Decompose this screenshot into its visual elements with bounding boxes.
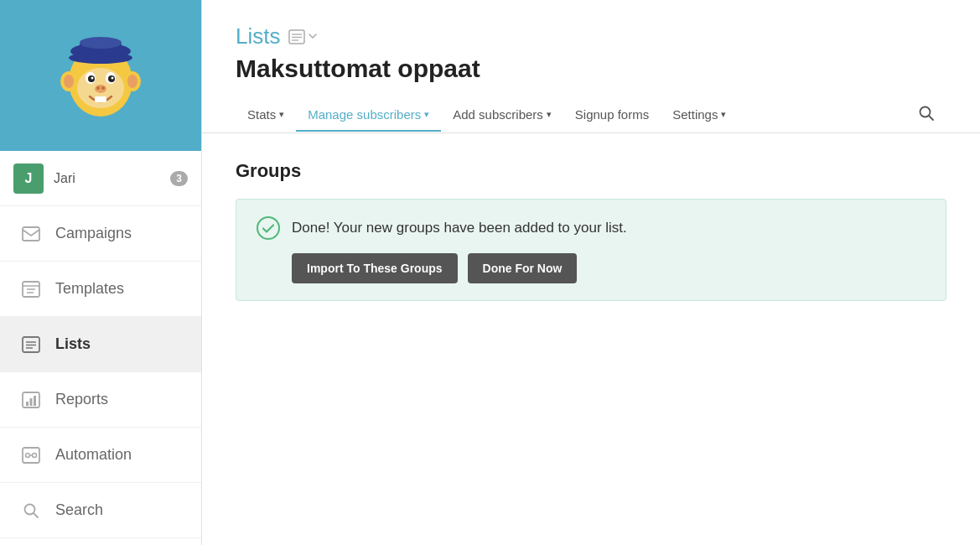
user-avatar: J (13, 164, 44, 194)
tab-navigation: Stats ▾ Manage subscribers ▾ Add subscri… (236, 98, 946, 132)
sidebar-item-lists[interactable]: Lists (0, 317, 201, 372)
banner-actions: Import To These Groups Done For Now (257, 253, 926, 283)
add-subscribers-chevron-icon: ▾ (547, 109, 552, 120)
main-header: Lists Maksuttomat oppaat Stats ▾ (202, 0, 980, 133)
tab-settings[interactable]: Settings ▾ (661, 99, 738, 132)
reports-label: Reports (55, 391, 108, 408)
svg-point-16 (95, 85, 106, 93)
chevron-down-icon (309, 34, 317, 39)
sidebar-logo (0, 0, 201, 151)
envelope-icon (20, 226, 42, 241)
settings-chevron-icon: ▾ (721, 109, 726, 120)
svg-point-3 (80, 37, 122, 49)
user-notification-badge: 3 (170, 171, 188, 186)
tab-signup-forms[interactable]: Signup forms (563, 99, 661, 132)
svg-rect-32 (34, 396, 36, 406)
lists-label: Lists (55, 335, 91, 353)
svg-point-4 (69, 52, 132, 64)
header-top-row: Lists (236, 23, 946, 49)
mailchimp-logo-icon (46, 21, 155, 130)
banner-message-text: Done! Your new groups have been added to… (292, 220, 627, 236)
tab-add-subscribers[interactable]: Add subscribers ▾ (441, 99, 563, 132)
tab-stats[interactable]: Stats ▾ (236, 99, 296, 132)
success-check-icon (257, 216, 280, 240)
user-name-label: Jari (54, 171, 160, 186)
svg-point-14 (91, 77, 94, 80)
automation-icon (20, 447, 42, 464)
svg-point-35 (33, 453, 37, 457)
header-list-icon[interactable] (288, 29, 317, 44)
tab-search-button[interactable] (906, 98, 946, 132)
sidebar-navigation: J Jari 3 Campaigns (0, 151, 201, 545)
sidebar-item-search[interactable]: Search (0, 483, 201, 538)
lists-breadcrumb-label: Lists (236, 23, 280, 49)
campaigns-label: Campaigns (55, 225, 132, 242)
automation-label: Automation (55, 446, 132, 464)
import-to-groups-button[interactable]: Import To These Groups (292, 253, 458, 283)
svg-point-6 (64, 75, 74, 88)
tab-signup-forms-label: Signup forms (575, 107, 649, 122)
main-content: Lists Maksuttomat oppaat Stats ▾ (202, 0, 980, 545)
tab-add-subscribers-label: Add subscribers (453, 107, 543, 122)
search-label: Search (55, 501, 103, 519)
svg-point-18 (101, 86, 105, 90)
user-profile-item[interactable]: J Jari 3 (0, 151, 201, 206)
page-title: Maksuttomat oppaat (236, 54, 946, 83)
sidebar-item-reports[interactable]: Reports (0, 372, 201, 428)
templates-label: Templates (55, 280, 124, 298)
search-sidebar-icon (20, 502, 42, 519)
reports-icon (20, 392, 42, 408)
tab-stats-label: Stats (247, 107, 276, 122)
sidebar-item-templates[interactable]: Templates (0, 262, 201, 317)
sidebar-item-campaigns[interactable]: Campaigns (0, 206, 201, 262)
template-icon (20, 281, 42, 298)
list-icon (20, 336, 42, 353)
main-body: Groups Done! Your new groups have been a… (202, 133, 980, 545)
svg-rect-31 (30, 398, 33, 406)
banner-message-row: Done! Your new groups have been added to… (257, 216, 926, 240)
manage-subscribers-chevron-icon: ▾ (424, 109, 429, 120)
stats-chevron-icon: ▾ (279, 109, 284, 120)
svg-point-34 (26, 453, 30, 457)
svg-rect-20 (23, 227, 39, 241)
tab-manage-subscribers[interactable]: Manage subscribers ▾ (296, 99, 441, 132)
sidebar: J Jari 3 Campaigns (0, 0, 202, 545)
svg-line-44 (929, 116, 933, 120)
sidebar-item-automation[interactable]: Automation (0, 428, 201, 483)
svg-point-15 (111, 77, 114, 80)
done-for-now-button[interactable]: Done For Now (468, 253, 578, 283)
svg-line-38 (34, 513, 38, 517)
tab-settings-label: Settings (672, 107, 718, 122)
svg-rect-30 (26, 402, 29, 406)
success-banner: Done! Your new groups have been added to… (236, 199, 946, 301)
tab-manage-subscribers-label: Manage subscribers (308, 107, 421, 122)
svg-point-8 (127, 75, 137, 88)
svg-rect-19 (95, 96, 106, 102)
section-title: Groups (236, 160, 946, 182)
svg-point-17 (96, 86, 100, 90)
